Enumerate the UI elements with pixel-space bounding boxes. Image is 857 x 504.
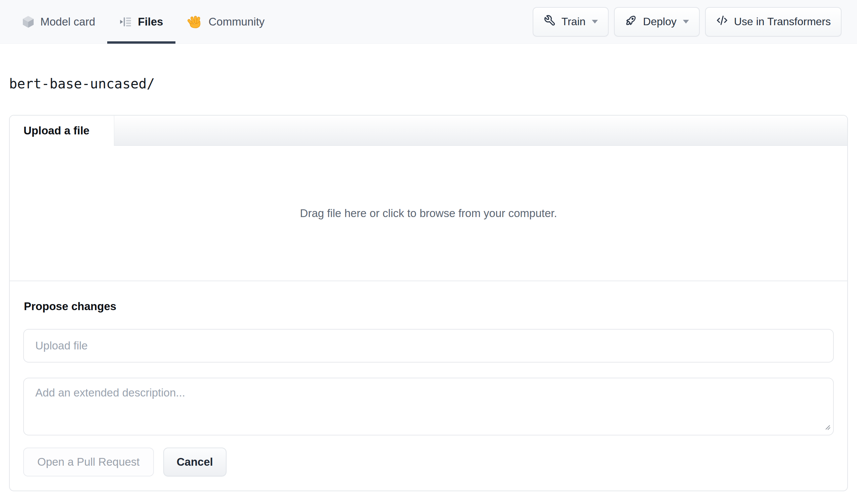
propose-changes-heading: Propose changes: [24, 300, 834, 313]
chevron-down-icon: [592, 20, 598, 23]
train-button[interactable]: Train: [533, 7, 609, 37]
extended-description-textarea[interactable]: [23, 378, 834, 435]
code-icon: [716, 14, 728, 29]
waving-hand-icon: [187, 14, 202, 29]
upload-panel: Upload a file Drag file here or click to…: [9, 115, 848, 491]
use-in-transformers-button[interactable]: Use in Transformers: [705, 7, 842, 37]
open-pull-request-button[interactable]: Open a Pull Request: [23, 448, 154, 476]
tab-label: Files: [138, 15, 163, 28]
button-label: Use in Transformers: [734, 15, 831, 28]
repo-tab-bar: Model card Files: [0, 0, 857, 44]
repo-tabs: Model card Files: [22, 0, 265, 43]
rocket-icon: [625, 14, 637, 29]
textarea-resize-handle[interactable]: [824, 424, 831, 432]
button-label: Deploy: [643, 15, 676, 28]
dropzone-text: Drag file here or click to browse from y…: [300, 207, 557, 220]
tab-label: Model card: [40, 15, 95, 28]
breadcrumb: bert-base-uncased/: [9, 76, 848, 91]
tab-label: Community: [208, 15, 265, 28]
description-textarea-wrap: [23, 378, 834, 435]
cancel-button[interactable]: Cancel: [163, 448, 226, 476]
upload-panel-tabbar: Upload a file: [10, 116, 847, 146]
form-actions: Open a Pull Request Cancel: [23, 448, 834, 476]
file-dropzone[interactable]: Drag file here or click to browse from y…: [10, 146, 847, 281]
tab-label: Upload a file: [23, 124, 89, 137]
tab-files[interactable]: Files: [107, 0, 175, 43]
tab-upload-a-file[interactable]: Upload a file: [10, 116, 114, 146]
propose-changes-section: Propose changes Open a Pull Request Canc…: [10, 281, 847, 490]
chevron-down-icon: [683, 20, 689, 23]
cube-icon: [22, 15, 34, 28]
deploy-button[interactable]: Deploy: [614, 7, 700, 37]
breadcrumb-repo-path[interactable]: bert-base-uncased/: [9, 76, 155, 91]
tabbar-filler: [114, 116, 847, 146]
tab-community[interactable]: Community: [187, 0, 265, 43]
file-list-icon: [120, 16, 132, 28]
upload-file-input[interactable]: [23, 329, 834, 363]
tab-model-card[interactable]: Model card: [22, 0, 95, 43]
repo-action-buttons: Train Deploy Use in Tr: [533, 0, 842, 43]
button-label: Train: [561, 15, 586, 28]
wrench-icon: [543, 14, 556, 29]
